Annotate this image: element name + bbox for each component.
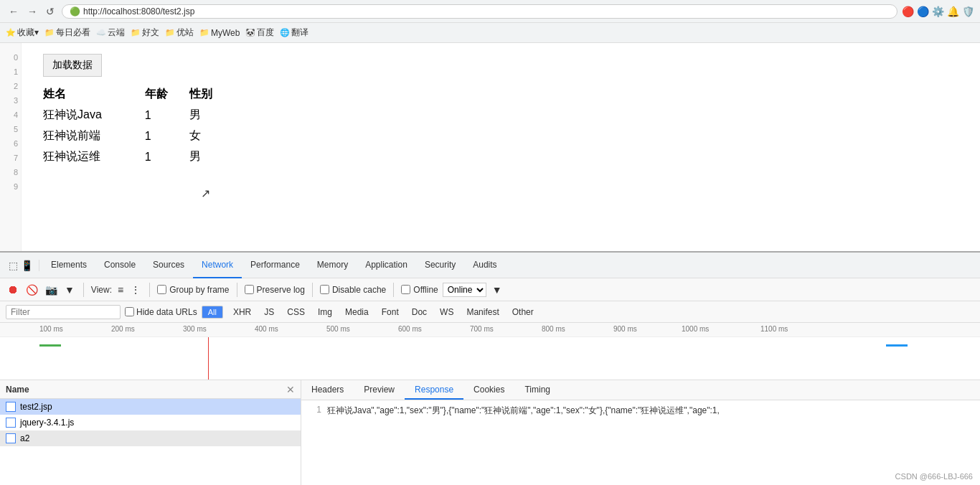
hide-data-urls-label: Hide data URLs: [136, 307, 197, 317]
line-9: 8: [0, 165, 21, 179]
mark-800ms: 800 ms: [542, 325, 565, 333]
view-label: View:: [91, 285, 112, 295]
preserve-log-checkbox[interactable]: Preserve log: [245, 285, 305, 295]
bookmark-label: 收藏▾: [17, 27, 39, 39]
response-tabs: Headers Preview Response Cookies Timing: [301, 380, 980, 400]
timeline-area: 100 ms 200 ms 300 ms 400 ms 500 ms 600 m…: [0, 323, 980, 380]
line-1: 0: [0, 50, 21, 65]
stop-button[interactable]: 🚫: [24, 283, 39, 297]
all-filter-button[interactable]: All: [202, 306, 223, 319]
tab-memory[interactable]: Memory: [308, 253, 357, 278]
preserve-log-input[interactable]: [245, 285, 254, 294]
group-by-frame-input[interactable]: [157, 285, 166, 294]
bookmark-cloud[interactable]: ☁️ 云端: [96, 27, 125, 39]
file-item-test2[interactable]: test2.jsp: [0, 399, 301, 415]
bookmark-translate[interactable]: 🌐 翻译: [280, 27, 308, 39]
line-numbers: 0 1 2 3 4 5 6 7 8 9: [0, 43, 22, 251]
translate-icon: 🌐: [280, 28, 290, 37]
close-panel-button[interactable]: ✕: [286, 384, 295, 395]
inspect-icon[interactable]: ⬚: [9, 260, 18, 271]
browser-action-plus[interactable]: 🔵: [917, 6, 929, 17]
throttle-arrow[interactable]: ▼: [491, 283, 504, 297]
tab-response[interactable]: Response: [405, 380, 463, 400]
bookmark-articles[interactable]: 📁 好文: [131, 27, 159, 39]
filter-button[interactable]: ▼: [63, 283, 76, 297]
filter-input[interactable]: [6, 305, 121, 319]
back-button[interactable]: ←: [6, 4, 22, 19]
file-name-jquery: jquery-3.4.1.js: [20, 418, 74, 428]
camera-button[interactable]: 📷: [44, 283, 59, 297]
table-row: 狂神说Java 1 男: [43, 105, 227, 126]
tab-cookies[interactable]: Cookies: [463, 380, 514, 400]
tab-headers[interactable]: Headers: [301, 380, 354, 400]
cell-name-1: 狂神说Java: [43, 105, 116, 126]
filter-img[interactable]: Img: [312, 306, 338, 318]
mark-200ms: 200 ms: [111, 325, 135, 333]
tab-sources[interactable]: Sources: [144, 253, 193, 278]
throttle-select[interactable]: Online: [443, 283, 486, 297]
filter-css[interactable]: CSS: [281, 306, 311, 318]
line-3: 2: [0, 79, 21, 93]
url-bar[interactable]: 🟢 http://localhost:8080/test2.jsp: [62, 4, 897, 19]
tab-console[interactable]: Console: [95, 253, 144, 278]
folder-icon-2: 📁: [131, 28, 141, 37]
tab-preview[interactable]: Preview: [354, 380, 405, 400]
col-header-gender: 性别: [182, 84, 227, 105]
group-by-frame-label: Group by frame: [169, 285, 229, 295]
line-8: 7: [0, 151, 21, 165]
offline-input[interactable]: [401, 285, 410, 294]
device-icon[interactable]: 📱: [21, 260, 33, 271]
bookmark-sites[interactable]: 📁 优站: [165, 27, 194, 39]
timeline-red-line: [208, 337, 209, 380]
view-list-btn[interactable]: ≡: [116, 283, 125, 297]
hide-data-urls-input[interactable]: [125, 307, 134, 316]
browser-action-gear[interactable]: ⚙️: [932, 6, 944, 17]
filter-other[interactable]: Other: [507, 306, 540, 318]
filter-js[interactable]: JS: [258, 306, 280, 318]
filter-xhr[interactable]: XHR: [227, 306, 257, 318]
tab-security[interactable]: Security: [416, 253, 464, 278]
bookmark-myweb[interactable]: 📁 MyWeb: [199, 28, 240, 38]
timeline-ruler: 100 ms 200 ms 300 ms 400 ms 500 ms 600 m…: [0, 323, 980, 337]
tab-timing[interactable]: Timing: [514, 380, 560, 400]
filter-media[interactable]: Media: [339, 306, 374, 318]
mark-900ms: 900 ms: [613, 325, 637, 333]
filter-font[interactable]: Font: [376, 306, 405, 318]
line-2: 1: [0, 65, 21, 79]
file-item-a2[interactable]: a2: [0, 430, 301, 446]
preserve-log-label: Preserve log: [257, 285, 305, 295]
record-button[interactable]: ⏺: [6, 282, 20, 298]
group-by-frame-checkbox[interactable]: Group by frame: [157, 285, 229, 295]
offline-checkbox[interactable]: Offline: [401, 285, 438, 295]
tab-elements[interactable]: Elements: [42, 253, 95, 278]
browser-bar: ← → ↺ 🟢 http://localhost:8080/test2.jsp …: [0, 0, 980, 23]
disable-cache-input[interactable]: [320, 285, 329, 294]
response-panel: Headers Preview Response Cookies Timing …: [301, 380, 980, 485]
bookmark-favorites[interactable]: ⭐ 收藏▾: [6, 27, 39, 39]
mark-700ms: 700 ms: [470, 325, 494, 333]
hide-data-urls-checkbox[interactable]: Hide data URLs: [125, 307, 197, 317]
file-item-jquery[interactable]: jquery-3.4.1.js: [0, 415, 301, 430]
browser-action-minus[interactable]: 🔴: [902, 6, 914, 17]
disable-cache-checkbox[interactable]: Disable cache: [320, 285, 386, 295]
tab-application[interactable]: Application: [357, 253, 416, 278]
filter-doc[interactable]: Doc: [406, 306, 433, 318]
browser-action-shield[interactable]: 🛡️: [962, 6, 974, 17]
filter-manifest[interactable]: Manifest: [461, 306, 504, 318]
bookmark-daily[interactable]: 📁 每日必看: [44, 27, 90, 39]
browser-action-bell[interactable]: 🔔: [947, 6, 959, 17]
line-5: 4: [0, 108, 21, 122]
refresh-button[interactable]: ↺: [43, 4, 57, 19]
forward-button[interactable]: →: [24, 4, 40, 19]
bookmark-baidu[interactable]: 🐼 百度: [245, 27, 274, 39]
tab-audits[interactable]: Audits: [464, 253, 505, 278]
devtools-icons: ⬚ 📱: [3, 260, 39, 271]
tab-performance[interactable]: Performance: [242, 253, 308, 278]
tab-network[interactable]: Network: [193, 253, 242, 278]
mark-300ms: 300 ms: [183, 325, 207, 333]
filter-ws[interactable]: WS: [434, 306, 459, 318]
load-data-button[interactable]: 加载数据: [43, 54, 102, 77]
bookmark-label: 云端: [108, 27, 125, 39]
view-tree-btn[interactable]: ⋮: [129, 283, 142, 297]
line-10: 9: [0, 179, 21, 194]
